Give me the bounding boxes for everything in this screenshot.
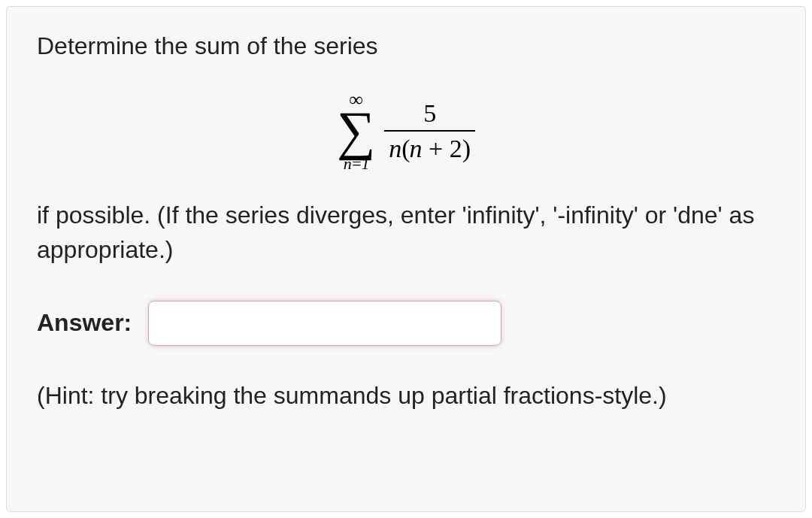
question-card: Determine the sum of the series ∞ ∑ n=1 … xyxy=(6,6,806,512)
fraction: 5 n(n + 2) xyxy=(384,99,475,163)
answer-label: Answer: xyxy=(37,309,132,337)
hint-text: (Hint: try breaking the summands up part… xyxy=(37,379,775,413)
answer-row: Answer: xyxy=(37,301,775,346)
series-expression: ∞ ∑ n=1 5 n(n + 2) xyxy=(37,83,775,172)
answer-input[interactable] xyxy=(148,301,501,346)
sigma-icon: ∑ xyxy=(337,108,375,154)
prompt-bottom: if possible. (If the series diverges, en… xyxy=(37,198,775,268)
summation-symbol: ∞ ∑ n=1 xyxy=(337,90,375,172)
prompt-top: Determine the sum of the series xyxy=(37,31,775,62)
numerator: 5 xyxy=(419,99,441,130)
denominator: n(n + 2) xyxy=(384,130,475,162)
sum-lower-limit: n=1 xyxy=(344,156,369,172)
